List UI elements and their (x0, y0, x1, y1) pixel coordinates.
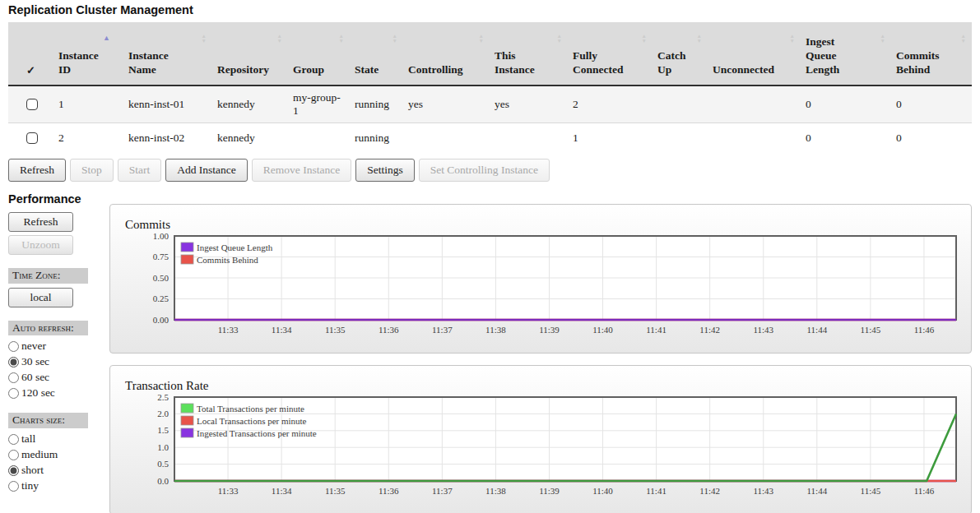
transaction-rate-chart-panel: Transaction Rate11:3311:3411:3511:3611:3… (109, 365, 972, 513)
charts-size-radio[interactable] (8, 434, 19, 445)
charts-size-option-medium[interactable]: medium (8, 448, 109, 461)
x-tick-label: 11:40 (592, 325, 613, 335)
cell-commits-behind: 0 (891, 123, 972, 153)
refresh-button[interactable]: Refresh (8, 159, 66, 182)
add-instance-button[interactable]: Add Instance (165, 159, 248, 182)
auto-refresh-radio[interactable] (8, 357, 19, 367)
cell-repository: kennedy (212, 86, 288, 123)
legend-item: Commits Behind (181, 254, 258, 264)
x-tick-label: 11:44 (806, 486, 827, 496)
y-tick-label: 1.0 (157, 441, 169, 451)
radio-label: medium (21, 448, 58, 461)
charts-column: Commits11:3311:3411:3511:3611:3711:3811:… (109, 204, 972, 513)
start-button[interactable]: Start (118, 159, 162, 182)
col-header-state[interactable]: State▲▼ (350, 22, 403, 86)
perf-unzoom-button[interactable]: Unzoom (8, 235, 73, 255)
legend-item: Local Transactions per minute (181, 415, 307, 425)
x-tick-label: 11:41 (646, 486, 666, 496)
y-tick-label: 2.0 (157, 409, 169, 418)
auto-refresh-option-120-sec[interactable]: 120 sec (8, 386, 109, 400)
sort-icon: ▲▼ (790, 34, 795, 44)
cell-catch-up (653, 86, 708, 123)
sort-icon: ▲▼ (697, 34, 702, 44)
svg-text:Commits Behind: Commits Behind (197, 254, 258, 264)
col-header-instance-name[interactable]: Instance Name▲▼ (123, 22, 212, 86)
cell-instance-name: kenn-inst-02 (123, 123, 212, 153)
cell-this-instance: yes (490, 86, 568, 123)
col-header-instance-id[interactable]: Instance ID▲ (53, 22, 123, 86)
cluster-table: ✓Instance ID▲Instance Name▲▼Repository▲▼… (8, 22, 972, 153)
remove-instance-button[interactable]: Remove Instance (252, 159, 351, 182)
x-tick-label: 11:34 (272, 486, 292, 496)
row-checkbox[interactable] (26, 132, 38, 144)
auto-refresh-option-30-sec[interactable]: 30 sec (8, 355, 109, 368)
y-tick-label: 2.5 (157, 394, 169, 402)
charts-size-radio[interactable] (8, 465, 19, 476)
col-header-this-instance[interactable]: This Instance▲▼ (490, 22, 568, 86)
cell-unconnected (708, 86, 801, 123)
y-tick-label: 0.0 (157, 475, 169, 485)
local-button[interactable]: local (8, 288, 73, 307)
auto-refresh-radio[interactable] (8, 388, 19, 399)
col-header-commits-behind[interactable]: Commits Behind▲▼ (891, 22, 972, 86)
chart-canvas[interactable]: 11:3311:3411:3511:3611:3711:3811:3911:40… (123, 394, 963, 509)
legend-item: Ingested Transactions per minute (181, 428, 317, 437)
y-tick-label: 0.50 (153, 272, 170, 282)
auto-refresh-radio[interactable] (8, 341, 19, 352)
settings-button[interactable]: Settings (355, 159, 415, 182)
col-header-group[interactable]: Group▲▼ (288, 22, 350, 86)
charts-size-option-tiny[interactable]: tiny (8, 479, 109, 492)
col-header-controlling[interactable]: Controlling▲▼ (403, 22, 490, 86)
x-tick-label: 11:36 (379, 486, 399, 496)
sort-icon: ▲▼ (880, 34, 885, 44)
auto-refresh-radio[interactable] (8, 372, 19, 383)
charts-size-radio[interactable] (8, 481, 19, 492)
x-tick-label: 11:40 (592, 486, 613, 496)
row-select-cell (8, 86, 53, 123)
perf-refresh-button[interactable]: Refresh (8, 212, 73, 232)
charts-size-option-tall[interactable]: tall (8, 432, 109, 446)
column-label: Fully Connected (573, 49, 634, 77)
radio-label: tiny (21, 479, 39, 492)
check-icon: ✓ (26, 64, 35, 76)
col-header-select[interactable]: ✓ (8, 22, 53, 86)
radio-label: 30 sec (21, 355, 49, 368)
col-header-repository[interactable]: Repository▲▼ (212, 22, 288, 86)
cell-ingest-queue-length: 0 (801, 123, 891, 153)
sort-icon: ▲▼ (557, 34, 562, 44)
cell-unconnected (708, 123, 801, 153)
stop-button[interactable]: Stop (70, 159, 114, 182)
row-checkbox[interactable] (26, 99, 38, 110)
auto-refresh-option-never[interactable]: never (8, 340, 109, 353)
col-header-ingest-queue-length[interactable]: Ingest Queue Length▲▼ (801, 22, 891, 86)
x-tick-label: 11:33 (218, 325, 239, 335)
column-label: Controlling (408, 63, 463, 77)
cell-state: running (350, 123, 403, 153)
set-controlling-instance-button[interactable]: Set Controlling Instance (419, 159, 550, 182)
radio-label: never (21, 340, 46, 353)
x-tick-label: 11:46 (914, 486, 935, 496)
cell-instance-name: kenn-inst-01 (123, 86, 212, 123)
legend-item: Total Transactions per minute (181, 403, 304, 413)
cell-controlling (403, 123, 490, 153)
charts-size-option-short[interactable]: short (8, 464, 109, 477)
x-tick-label: 11:45 (861, 486, 881, 496)
cell-commits-behind: 0 (891, 86, 972, 123)
chart-canvas[interactable]: 11:3311:3411:3511:3611:3711:3811:3911:40… (123, 233, 963, 348)
x-tick-label: 11:44 (806, 325, 827, 335)
column-label: This Instance (495, 49, 542, 77)
performance-section: Performance RefreshUnzoom Time Zone: loc… (8, 192, 972, 513)
y-tick-label: 0.25 (153, 293, 170, 303)
auto-refresh-option-60-sec[interactable]: 60 sec (8, 371, 109, 384)
column-label: State (355, 63, 379, 77)
col-header-catch-up[interactable]: Catch Up▲▼ (653, 22, 708, 86)
svg-text:Ingested Transactions per minu: Ingested Transactions per minute (197, 428, 317, 437)
col-header-fully-connected[interactable]: Fully Connected▲▼ (568, 22, 653, 86)
cell-instance-id: 2 (53, 123, 123, 153)
x-tick-label: 11:39 (539, 325, 560, 335)
sort-icon: ▲▼ (961, 34, 966, 44)
chart-title: Transaction Rate (125, 379, 971, 393)
charts-size-radio[interactable] (8, 450, 19, 460)
col-header-unconnected[interactable]: Unconnected▲▼ (708, 22, 801, 86)
auto-refresh-group: never30 sec60 sec120 sec (8, 340, 109, 400)
